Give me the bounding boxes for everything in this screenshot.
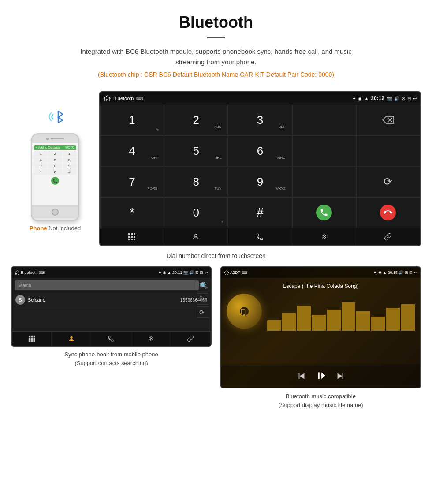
dial-toolbar-bt[interactable] — [292, 228, 356, 245]
phone-container: + Add to Contacts MOTO 1 2 3 4 5 6 7 8 9… — [11, 106, 99, 231]
call-icon — [256, 233, 264, 241]
eq-bar — [401, 304, 415, 331]
dial-toolbar-grid[interactable] — [100, 228, 164, 245]
phone-speaker — [51, 138, 64, 139]
pb-content: Search 🔍 S Seicane 13566664466 — [12, 278, 211, 331]
svg-rect-22 — [31, 340, 33, 342]
pb-search-box[interactable]: Search — [15, 280, 199, 290]
dial-key-3[interactable]: 3 DEF — [228, 105, 292, 135]
dial-key-5[interactable]: 5 JKL — [164, 135, 228, 166]
page-title: Bluetooth — [9, 13, 423, 32]
dial-key-hash[interactable]: # — [228, 197, 292, 228]
svg-marker-1 — [104, 96, 110, 101]
next-btn[interactable] — [335, 371, 345, 383]
svg-marker-30 — [321, 372, 325, 379]
eq-bar — [342, 302, 356, 331]
call-green-icon — [316, 205, 332, 220]
pb-toolbar-user[interactable] — [52, 332, 91, 346]
dial-grid: 1 ∿ 2 ABC 3 DEF — [100, 105, 420, 228]
pb-toolbar-grid[interactable] — [12, 332, 52, 346]
top-section: + Add to Contacts MOTO 1 2 3 4 5 6 7 8 9… — [11, 91, 421, 246]
pb-search-row: Search 🔍 — [15, 280, 208, 290]
svg-rect-28 — [298, 373, 299, 379]
pb-side-reload[interactable]: ⟳ — [197, 306, 209, 318]
pb-phone-icon — [108, 335, 115, 342]
dial-key-6[interactable]: 6 MNO — [228, 135, 292, 166]
eq-bar — [312, 315, 326, 331]
dial-key-8[interactable]: 8 TUV — [164, 166, 228, 197]
music-screen: A2DP ⌨ ✦ ◉ ▲ 20:15 🔊 ⊠ ⊟ ↩ Escape (The P… — [220, 266, 421, 388]
backspace-icon — [382, 116, 394, 124]
dial-toolbar-contacts[interactable] — [164, 228, 228, 245]
prev-icon — [297, 371, 306, 381]
svg-marker-31 — [337, 373, 342, 379]
page-specs: (Bluetooth chip : CSR BC6 Default Blueto… — [9, 71, 423, 78]
dial-call-btn[interactable] — [292, 197, 356, 228]
music-album-art: ♫ — [227, 294, 262, 329]
dial-toolbar — [100, 228, 420, 245]
pb-side-search[interactable]: 🔍 — [197, 280, 209, 291]
eq-bar — [282, 313, 296, 331]
prev-btn[interactable] — [297, 371, 306, 383]
page-description: Integrated with BC6 Bluetooth module, su… — [75, 46, 357, 67]
play-pause-btn[interactable] — [315, 370, 327, 384]
main-content: + Add to Contacts MOTO 1 2 3 4 5 6 7 8 9… — [0, 87, 432, 414]
dial-status-bar: Bluetooth ⌨ ✦ ◉ ▲ 20:12 📷 🔊 ⊠ ⊟ ↩ — [100, 92, 420, 105]
bluetooth-icon — [320, 233, 328, 241]
dial-empty-1 — [292, 105, 356, 135]
svg-rect-10 — [128, 239, 130, 240]
dial-key-9[interactable]: 9 WXYZ — [228, 166, 292, 197]
eq-bar — [371, 317, 385, 331]
pb-contact-row[interactable]: S Seicane 13566664466 — [15, 293, 208, 307]
link-icon — [384, 233, 392, 241]
volume-icon: 🔊 — [394, 96, 399, 101]
dial-key-7[interactable]: 7 PQRS — [100, 166, 164, 197]
pb-status-left: Bluetooth ⌨ — [15, 270, 45, 275]
dial-reload-btn[interactable]: ⟳ — [356, 166, 420, 197]
dial-toolbar-call[interactable] — [228, 228, 292, 245]
phone-screen: + Add to Contacts MOTO 1 2 3 4 5 6 7 8 9… — [32, 143, 78, 205]
svg-rect-32 — [342, 373, 343, 379]
bluetooth-signal-icon — [48, 106, 71, 131]
svg-rect-17 — [33, 336, 35, 337]
music-home-icon — [224, 270, 229, 275]
camera-icon: 📷 — [387, 96, 392, 101]
svg-rect-20 — [33, 338, 35, 340]
dial-caption: Dial number direct from touchscreen — [166, 252, 266, 259]
dial-key-1[interactable]: 1 ∿ — [100, 105, 164, 135]
music-caption: Bluetooth music compatible (Support disp… — [278, 392, 363, 409]
dial-key-0[interactable]: 0 + — [164, 197, 228, 228]
pb-toolbar-phone[interactable] — [91, 332, 131, 346]
phonebook-screen: Bluetooth ⌨ ✦ ◉ ▲ 20:11 📷 🔊 ⊠ ⊟ ↩ Search… — [11, 266, 212, 347]
eq-bar — [297, 306, 311, 331]
svg-text:♫: ♫ — [238, 305, 247, 318]
pb-side-call[interactable]: 📞 — [197, 293, 209, 305]
next-icon — [335, 371, 345, 381]
svg-rect-9 — [134, 236, 135, 238]
dial-key-star[interactable]: * — [100, 197, 164, 228]
music-content: Escape (The Pina Colada Song) ♫ — [221, 278, 420, 366]
reload-icon: ⟳ — [384, 175, 392, 188]
eq-bar — [327, 310, 341, 331]
dial-hangup-btn[interactable] — [356, 197, 420, 228]
pb-user-icon — [68, 335, 75, 342]
x-icon: ⊠ — [402, 96, 405, 101]
bottom-panels: Bluetooth ⌨ ✦ ◉ ▲ 20:11 📷 🔊 ⊠ ⊟ ↩ Search… — [11, 266, 421, 409]
music-controls — [221, 366, 420, 388]
signal-icon: ▲ — [364, 96, 369, 101]
dial-key-4[interactable]: 4 GHI — [100, 135, 164, 166]
dial-toolbar-link[interactable] — [356, 228, 420, 245]
dial-delete-btn[interactable] — [356, 105, 420, 135]
pb-home-icon — [15, 270, 20, 275]
phonebook-panel: Bluetooth ⌨ ✦ ◉ ▲ 20:11 📷 🔊 ⊠ ⊟ ↩ Search… — [11, 266, 212, 409]
not-included-text: Not Included — [47, 225, 81, 231]
phone-screen-header: + Add to Contacts MOTO — [34, 145, 76, 150]
dial-key-2[interactable]: 2 ABC — [164, 105, 228, 135]
phone-dialpad: 1 2 3 4 5 6 7 8 9 * 0 # — [34, 151, 76, 175]
pb-time: ✦ ◉ ▲ 20:11 📷 🔊 ⊠ ⊟ ↩ — [158, 270, 208, 275]
phone-call-btn: 📞 — [51, 177, 59, 185]
pb-toolbar-link[interactable] — [171, 332, 211, 346]
pb-toolbar-bt[interactable] — [131, 332, 171, 346]
back-icon: ↩ — [413, 96, 417, 101]
dial-title: Bluetooth — [113, 96, 134, 101]
